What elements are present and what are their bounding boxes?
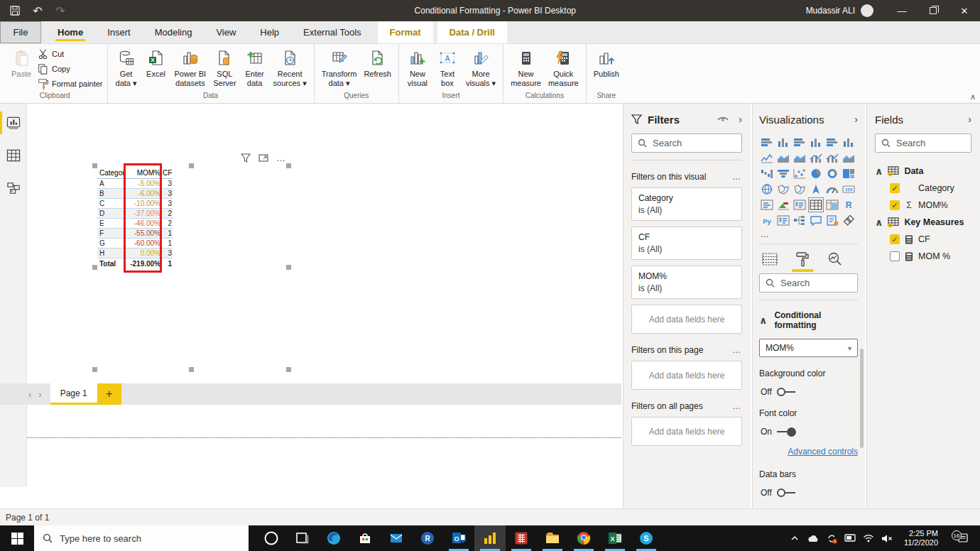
collapse-ribbon-icon[interactable]: ∧ [970, 92, 976, 102]
table-row[interactable]: A-5.00%3 [97, 179, 173, 189]
taskbar-search-input[interactable]: Type here to search [34, 525, 249, 551]
resize-handle[interactable] [92, 265, 97, 270]
field-item-category[interactable]: ✓Category [875, 180, 971, 197]
table-row[interactable]: C-10.00%3 [97, 199, 173, 209]
collapse-section-chevron[interactable]: ∧ [759, 315, 767, 326]
power-bi-button[interactable]: Power BIdatasets [172, 45, 209, 89]
prev-page-arrow[interactable]: ‹ [28, 389, 31, 400]
kpi-icon[interactable] [775, 197, 791, 212]
multi-row-card-icon[interactable] [759, 197, 775, 212]
undo-icon[interactable]: ↶ [31, 4, 44, 17]
column-header[interactable]: Category [97, 169, 126, 177]
onedrive-cloud-icon[interactable] [807, 533, 820, 545]
font-color-toggle[interactable] [777, 427, 796, 437]
chevron-up-icon[interactable] [789, 533, 801, 545]
new-button[interactable]: Newvisual [403, 45, 432, 89]
line-and-clustered-column-chart-icon[interactable] [824, 151, 840, 165]
focus-mode-icon[interactable] [258, 153, 268, 163]
clustered-column-chart-icon[interactable] [808, 135, 824, 150]
add-data-fields-dropzone[interactable]: Add data fields here [631, 305, 742, 334]
task-view-taskbar-icon[interactable] [287, 525, 318, 551]
new-page-button[interactable]: + [97, 383, 121, 405]
slicer-icon[interactable] [792, 197, 807, 212]
100-stacked-column-chart-icon[interactable] [841, 135, 856, 150]
resize-handle[interactable] [189, 367, 194, 372]
refresh-button[interactable]: Refresh [361, 45, 394, 80]
notification-center-icon[interactable]: 16 [949, 533, 977, 544]
fields-tab[interactable] [759, 250, 780, 268]
display-icon[interactable] [844, 533, 856, 545]
copy-button[interactable]: Copy [37, 62, 103, 75]
excel-app-taskbar-icon[interactable]: X [599, 525, 631, 551]
stacked-bar-chart-icon[interactable] [759, 135, 775, 150]
filter-card-category[interactable]: Categoryis (All) [631, 187, 742, 221]
format-tab[interactable] [792, 250, 813, 268]
signed-in-user[interactable]: Mudassir ALI [806, 6, 855, 16]
background-color-toggle[interactable] [777, 388, 795, 396]
chrome-taskbar-icon[interactable] [568, 525, 599, 551]
collapse-chevron[interactable]: ∧ [875, 217, 883, 228]
file-explorer-taskbar-icon[interactable] [537, 525, 568, 551]
sql-button[interactable]: SQLServer [210, 45, 239, 89]
donut-chart-icon[interactable] [824, 166, 840, 181]
ribbon-tab-home[interactable]: Home [45, 21, 95, 43]
r-script-visual-icon[interactable]: R [841, 197, 856, 212]
format-search-input[interactable]: Search [759, 273, 858, 293]
more-options-icon[interactable]: … [732, 401, 742, 411]
transform-button[interactable]: Transformdata ▾ [319, 45, 360, 89]
azure-map-icon[interactable] [808, 182, 824, 197]
map-icon[interactable] [759, 182, 775, 197]
data-bars-toggle[interactable] [777, 489, 795, 497]
field-item-cf[interactable]: ✓CF [875, 231, 971, 248]
decomposition-tree-icon[interactable] [792, 213, 807, 228]
more-options-icon[interactable]: … [732, 172, 742, 182]
start-button[interactable] [0, 525, 34, 551]
more-visual-types-ellipsis[interactable]: … [761, 229, 858, 239]
funnel-chart-icon[interactable] [775, 166, 791, 181]
field-checkbox[interactable]: ✓ [890, 183, 900, 193]
table-row[interactable]: H0.00%3 [97, 249, 173, 258]
table-visual-body[interactable]: CategoryMOM%CFA-5.00%3B-6.00%3C-10.00%3D… [97, 168, 173, 269]
outlook-taskbar-icon[interactable]: O [443, 525, 474, 551]
volume-muted-icon[interactable] [881, 533, 893, 545]
add-data-fields-dropzone[interactable]: Add data fields here [631, 361, 742, 390]
python-visual-icon[interactable]: Py [759, 213, 775, 228]
mail-taskbar-icon[interactable] [381, 525, 412, 551]
treemap-icon[interactable] [841, 166, 856, 181]
rail-model-view[interactable] [0, 175, 26, 202]
skype-taskbar-icon[interactable]: S [631, 525, 662, 551]
ribbon-tab-data-drill[interactable]: Data / Drill [437, 21, 507, 43]
resize-handle[interactable] [92, 163, 97, 168]
conditional-formatting-header[interactable]: Conditional formatting [774, 310, 858, 330]
power-bi-red-taskbar-icon[interactable] [506, 525, 537, 551]
resize-handle[interactable] [286, 163, 291, 168]
waterfall-chart-icon[interactable] [759, 166, 775, 181]
fields-search-input[interactable]: Search [875, 133, 971, 153]
ribbon-tab-format[interactable]: Format [378, 21, 433, 43]
table-row[interactable]: G-60.00%1 [97, 239, 173, 249]
more-options-icon[interactable]: … [732, 345, 742, 355]
filled-map-icon[interactable] [775, 182, 791, 197]
field-checkbox[interactable]: ✓ [890, 200, 900, 210]
pie-chart-icon[interactable] [808, 166, 824, 181]
fields-section-key-measures[interactable]: ∧Key Measures [875, 214, 971, 231]
enter-button[interactable]: Enterdata [241, 45, 269, 89]
power-bi-taskbar-icon[interactable] [474, 525, 506, 551]
resize-handle[interactable] [286, 367, 291, 372]
taskbar-clock[interactable]: 2:25 PM 11/2/2020 [900, 529, 942, 547]
sync-error-icon[interactable] [826, 533, 838, 545]
edge-taskbar-icon[interactable] [318, 525, 349, 551]
scatter-chart-icon[interactable] [792, 166, 807, 181]
ribbon-tab-help[interactable]: Help [248, 21, 291, 43]
report-canvas[interactable]: … CategoryMOM%CFA-5.00%3B-6.00%3C-10.00%… [27, 104, 621, 487]
publish-button[interactable]: Publish [591, 45, 622, 80]
recent-button[interactable]: Recentsources ▾ [271, 45, 310, 89]
wifi-icon[interactable] [863, 533, 875, 545]
ribbon-chart-icon[interactable] [841, 151, 856, 165]
fields-section-data[interactable]: ∧Data [875, 163, 971, 180]
table-row[interactable]: F-55.00%1 [97, 229, 173, 239]
table-row[interactable]: D-37.00%2 [97, 209, 173, 219]
store-taskbar-icon[interactable] [349, 525, 381, 551]
100-stacked-bar-chart-icon[interactable] [824, 135, 840, 150]
analytics-tab[interactable] [824, 250, 846, 268]
